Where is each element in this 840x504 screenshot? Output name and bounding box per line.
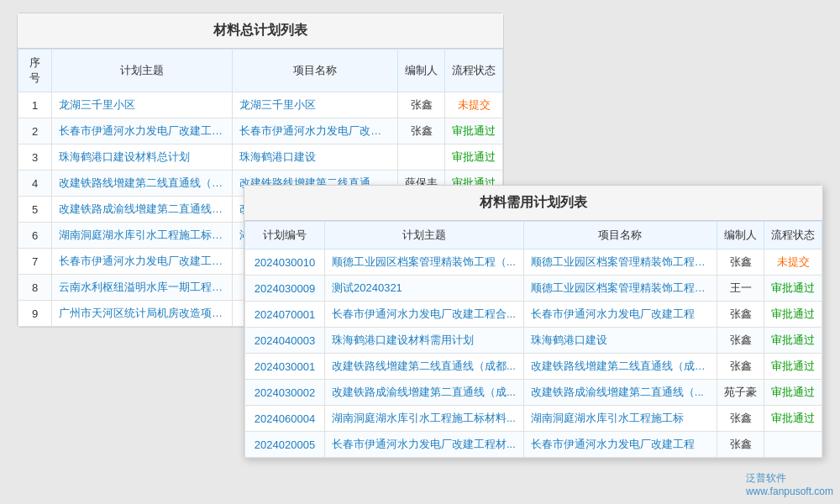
need-plan-table: 材料需用计划列表 计划编号 计划主题 项目名称 编制人 流程状态 2024030…	[244, 185, 823, 459]
cell-seq: 3	[18, 144, 52, 171]
cell-project-name2: 顺德工业园区档案管理精装饰工程（...	[523, 249, 717, 276]
cell-plan-no: 2024030009	[245, 276, 325, 302]
cell-seq: 1	[18, 92, 52, 118]
cell-seq: 9	[18, 301, 52, 327]
cell-creator2: 张鑫	[717, 249, 764, 276]
cell-status: 审批通过	[445, 118, 503, 144]
cell-project-name2: 湖南洞庭湖水库引水工程施工标	[523, 406, 717, 432]
table-row[interactable]: 2024030002 改建铁路成渝线增建第二直通线（成... 改建铁路成渝线增建…	[245, 380, 822, 406]
col-seq: 序号	[18, 50, 52, 92]
cell-status2: 审批通过	[764, 276, 822, 302]
cell-project-name2: 顺德工业园区档案管理精装饰工程（...	[523, 276, 717, 302]
watermark-url: www.fanpusoft.com	[746, 486, 833, 497]
cell-seq: 8	[18, 275, 52, 301]
cell-project-name2: 长春市伊通河水力发电厂改建工程	[523, 302, 717, 328]
table-row[interactable]: 2024070001 长春市伊通河水力发电厂改建工程合... 长春市伊通河水力发…	[245, 302, 822, 328]
need-plan-title: 材料需用计划列表	[244, 186, 822, 221]
cell-creator2: 张鑫	[717, 328, 764, 354]
total-plan-title: 材料总计划列表	[18, 13, 503, 49]
cell-seq: 6	[18, 223, 52, 249]
cell-plan-no: 2024060004	[245, 406, 325, 432]
cell-plan-theme2: 测试20240321	[325, 276, 524, 302]
cell-plan-theme: 云南水利枢纽溢明水库一期工程施工标材料...	[52, 275, 233, 301]
cell-plan-no: 2024030002	[245, 380, 325, 406]
cell-plan-theme2: 长春市伊通河水力发电厂改建工程合...	[325, 302, 524, 328]
cell-status2: 审批通过	[764, 328, 822, 354]
cell-project-name2: 改建铁路线增建第二线直通线（成都...	[523, 354, 717, 380]
cell-plan-theme2: 长春市伊通河水力发电厂改建工程材...	[325, 432, 524, 458]
col-creator2: 编制人	[717, 222, 764, 249]
cell-creator: 张鑫	[398, 118, 445, 144]
cell-status: 未提交	[445, 92, 503, 118]
cell-project-name: 长春市伊通河水力发电厂改建工程	[233, 118, 398, 144]
cell-plan-theme: 珠海鹤港口建设材料总计划	[52, 144, 233, 171]
col-project-name2: 项目名称	[523, 222, 717, 249]
cell-project-name2: 珠海鹤港口建设	[523, 328, 717, 354]
total-plan-header-row: 序号 计划主题 项目名称 编制人 流程状态	[18, 50, 503, 92]
cell-creator2: 张鑫	[717, 302, 764, 328]
cell-plan-theme: 广州市天河区统计局机房改造项目材料总计划	[52, 301, 233, 327]
cell-plan-theme2: 顺德工业园区档案管理精装饰工程（...	[325, 249, 524, 276]
table-row[interactable]: 2 长春市伊通河水力发电厂改建工程合同材料... 长春市伊通河水力发电厂改建工程…	[18, 118, 503, 144]
cell-seq: 7	[18, 249, 52, 275]
cell-creator2: 张鑫	[717, 432, 764, 458]
cell-plan-theme2: 湖南洞庭湖水库引水工程施工标材料...	[325, 406, 524, 432]
cell-seq: 2	[18, 118, 52, 144]
cell-project-name2: 改建铁路成渝线增建第二直通线（...	[523, 380, 717, 406]
cell-creator2: 张鑫	[717, 406, 764, 432]
cell-plan-theme: 湖南洞庭湖水库引水工程施工标材料总计划	[52, 223, 233, 249]
cell-status: 审批通过	[445, 144, 503, 171]
table-row[interactable]: 2024060004 湖南洞庭湖水库引水工程施工标材料... 湖南洞庭湖水库引水…	[245, 406, 822, 432]
watermark-brand: 泛普软件	[746, 472, 786, 484]
watermark: 泛普软件 www.fanpusoft.com	[746, 471, 833, 497]
cell-creator2: 王一	[717, 276, 764, 302]
cell-status2: 审批通过	[764, 302, 822, 328]
cell-plan-no: 2024030001	[245, 354, 325, 380]
cell-creator2: 苑子豪	[717, 380, 764, 406]
col-plan-theme: 计划主题	[52, 50, 233, 92]
col-creator: 编制人	[398, 50, 445, 92]
col-plan-theme2: 计划主题	[325, 222, 524, 249]
cell-plan-no: 2024030010	[245, 249, 325, 276]
cell-project-name: 龙湖三千里小区	[233, 92, 398, 118]
cell-plan-theme2: 改建铁路线增建第二线直通线（成都...	[325, 354, 524, 380]
cell-plan-theme2: 珠海鹤港口建设材料需用计划	[325, 328, 524, 354]
col-status: 流程状态	[445, 50, 503, 92]
need-plan-header-row: 计划编号 计划主题 项目名称 编制人 流程状态	[245, 222, 822, 249]
cell-creator	[398, 144, 445, 171]
table-row[interactable]: 1 龙湖三千里小区 龙湖三千里小区 张鑫 未提交	[18, 92, 503, 118]
cell-plan-theme2: 改建铁路成渝线增建第二直通线（成...	[325, 380, 524, 406]
cell-creator: 张鑫	[398, 92, 445, 118]
col-status2: 流程状态	[764, 222, 822, 249]
table-row[interactable]: 2024030001 改建铁路线增建第二线直通线（成都... 改建铁路线增建第二…	[245, 354, 822, 380]
cell-plan-no: 2024020005	[245, 432, 325, 458]
cell-status2: 审批通过	[764, 406, 822, 432]
table-row[interactable]: 2024030009 测试20240321 顺德工业园区档案管理精装饰工程（..…	[245, 276, 822, 302]
table-row[interactable]: 2024030010 顺德工业园区档案管理精装饰工程（... 顺德工业园区档案管…	[245, 249, 822, 276]
cell-status2	[764, 432, 822, 458]
need-plan-body: 2024030010 顺德工业园区档案管理精装饰工程（... 顺德工业园区档案管…	[245, 249, 822, 458]
cell-plan-theme: 改建铁路成渝线增建第二直通线（成渝枢纽...	[52, 197, 233, 223]
cell-project-name2: 长春市伊通河水力发电厂改建工程	[523, 432, 717, 458]
table-row[interactable]: 2024040003 珠海鹤港口建设材料需用计划 珠海鹤港口建设 张鑫 审批通过	[245, 328, 822, 354]
cell-seq: 5	[18, 197, 52, 223]
cell-plan-no: 2024040003	[245, 328, 325, 354]
cell-plan-theme: 长春市伊通河水力发电厂改建工程合同材料...	[52, 118, 233, 144]
cell-status2: 审批通过	[764, 354, 822, 380]
cell-plan-theme: 长春市伊通河水力发电厂改建工程材料总计划	[52, 249, 233, 275]
cell-project-name: 珠海鹤港口建设	[233, 144, 398, 171]
col-plan-no: 计划编号	[245, 222, 325, 249]
cell-plan-theme: 改建铁路线增建第二线直通线（成都-西安）...	[52, 171, 233, 197]
cell-creator2: 张鑫	[717, 354, 764, 380]
col-project-name: 项目名称	[233, 50, 398, 92]
cell-status2: 审批通过	[764, 380, 822, 406]
cell-status2: 未提交	[764, 249, 822, 276]
table-row[interactable]: 3 珠海鹤港口建设材料总计划 珠海鹤港口建设 审批通过	[18, 144, 503, 171]
need-plan-data-table: 计划编号 计划主题 项目名称 编制人 流程状态 2024030010 顺德工业园…	[244, 221, 822, 458]
table-row[interactable]: 2024020005 长春市伊通河水力发电厂改建工程材... 长春市伊通河水力发…	[245, 432, 822, 458]
cell-plan-no: 2024070001	[245, 302, 325, 328]
cell-seq: 4	[18, 171, 52, 197]
cell-plan-theme: 龙湖三千里小区	[52, 92, 233, 118]
